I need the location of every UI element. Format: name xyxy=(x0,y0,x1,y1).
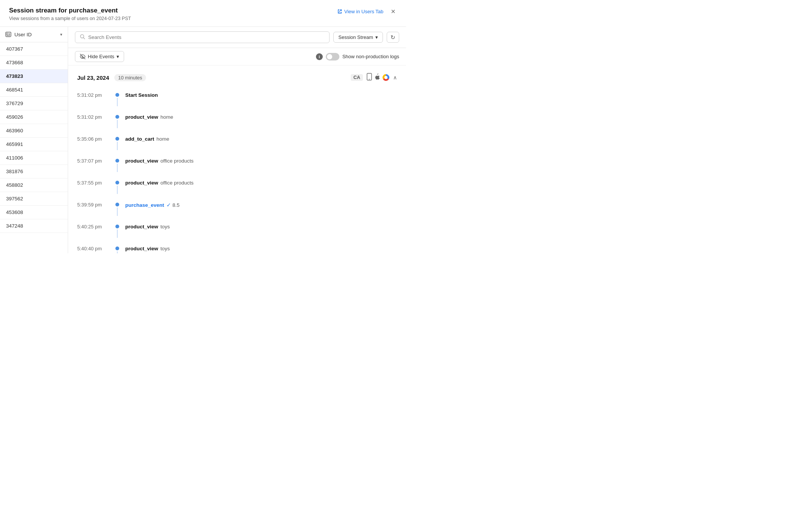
user-list-item[interactable]: 453608 xyxy=(0,206,68,219)
chevron-down-icon: ▾ xyxy=(375,34,378,40)
event-list: 5:31:02 pmStart Session5:31:02 pmproduct… xyxy=(77,88,397,253)
session-stream-button[interactable]: Session Stream ▾ xyxy=(333,32,383,43)
non-prod-label: Show non-production logs xyxy=(342,54,399,59)
header-right: View in Users Tab × xyxy=(337,7,397,16)
event-row: 5:35:06 pmadd_to_carthome xyxy=(77,132,397,154)
event-content: product_viewoffice products xyxy=(125,158,194,164)
hide-events-button[interactable]: Hide Events ▾ xyxy=(75,51,124,62)
user-list-item[interactable]: 465991 xyxy=(0,138,68,151)
event-row: 5:40:25 pmproduct_viewtoys xyxy=(77,220,397,242)
stream-area: Jul 23, 2024 10 minutes CA xyxy=(68,65,406,253)
content-area: Session Stream ▾ ↻ Hide Events ▾ i xyxy=(68,27,406,253)
event-content: product_viewhome xyxy=(125,114,173,120)
non-prod-toggle[interactable] xyxy=(326,53,339,60)
event-dot xyxy=(115,225,119,228)
event-connector-line xyxy=(117,208,118,216)
event-time: 5:37:55 pm xyxy=(77,180,113,186)
view-users-label: View in Users Tab xyxy=(344,9,384,14)
event-check-icon: ✓ xyxy=(166,202,171,208)
svg-line-6 xyxy=(83,37,85,39)
svg-rect-1 xyxy=(6,33,8,35)
chevron-down-icon: ▾ xyxy=(60,32,62,37)
search-input[interactable] xyxy=(88,34,325,40)
user-list-item[interactable]: 473823 xyxy=(0,70,68,83)
event-name: product_view xyxy=(125,246,158,251)
apple-icon xyxy=(374,73,380,82)
user-list-item[interactable]: 468541 xyxy=(0,83,68,97)
user-id-icon xyxy=(5,31,11,37)
event-row: 5:40:40 pmproduct_viewtoys xyxy=(77,242,397,253)
search-box[interactable] xyxy=(75,31,330,43)
event-content: product_viewoffice products xyxy=(125,180,194,186)
event-name: product_view xyxy=(125,158,158,164)
user-list-item[interactable]: 381876 xyxy=(0,165,68,178)
session-block: Jul 23, 2024 10 minutes CA xyxy=(77,73,397,253)
hide-events-label: Hide Events xyxy=(88,54,114,59)
toolbar-row2: Hide Events ▾ i Show non-production logs xyxy=(68,48,406,65)
event-connector-line xyxy=(117,229,118,238)
event-connector-line xyxy=(117,251,118,253)
info-icon[interactable]: i xyxy=(316,53,323,60)
event-connector-line xyxy=(117,164,118,172)
event-dot xyxy=(115,181,119,185)
event-row: 5:31:02 pmproduct_viewhome xyxy=(77,110,397,132)
header-left: Session stream for purchase_event View s… xyxy=(9,7,131,21)
event-row: 5:39:59 pmpurchase_event ✓8.5 xyxy=(77,198,397,220)
external-link-icon xyxy=(337,9,342,14)
event-dot xyxy=(115,115,119,119)
user-id-dropdown[interactable]: User ID ▾ xyxy=(0,27,68,42)
event-time: 5:31:02 pm xyxy=(77,114,113,120)
event-connector-line xyxy=(117,98,118,106)
user-list-item[interactable]: 458802 xyxy=(0,178,68,192)
header: Session stream for purchase_event View s… xyxy=(0,0,406,27)
event-time: 5:39:59 pm xyxy=(77,202,113,208)
close-button[interactable]: × xyxy=(389,7,397,16)
user-list-item[interactable]: 411006 xyxy=(0,151,68,165)
event-time: 5:31:02 pm xyxy=(77,92,113,98)
chevron-down-icon: ▾ xyxy=(117,54,119,59)
user-list-item[interactable]: 347248 xyxy=(0,219,68,233)
event-content: product_viewtoys xyxy=(125,245,170,251)
event-name: purchase_event xyxy=(125,202,164,208)
main-layout: User ID ▾ 407367473668473823468541376729… xyxy=(0,27,406,253)
event-connector-line xyxy=(117,186,118,194)
user-list-item[interactable]: 473668 xyxy=(0,56,68,70)
session-date: Jul 23, 2024 xyxy=(77,74,109,81)
event-content: product_viewtoys xyxy=(125,223,170,229)
toolbar-row1: Session Stream ▾ ↻ xyxy=(68,27,406,48)
event-row: 5:31:02 pmStart Session xyxy=(77,88,397,110)
event-time: 5:37:07 pm xyxy=(77,158,113,164)
user-list-item[interactable]: 407367 xyxy=(0,42,68,56)
event-connector-line xyxy=(117,142,118,150)
location-badge: CA xyxy=(351,74,363,81)
user-list-item[interactable]: 376729 xyxy=(0,97,68,110)
user-list-item[interactable]: 459026 xyxy=(0,110,68,124)
event-value: 8.5 xyxy=(173,202,180,208)
session-header: Jul 23, 2024 10 minutes CA xyxy=(77,73,397,82)
event-time: 5:40:25 pm xyxy=(77,223,113,229)
event-dot xyxy=(115,93,119,97)
refresh-button[interactable]: ↻ xyxy=(387,32,399,43)
event-name: Start Session xyxy=(125,92,158,98)
user-list-item[interactable]: 397562 xyxy=(0,192,68,206)
event-dot xyxy=(115,203,119,206)
search-icon xyxy=(80,34,85,40)
event-name: add_to_cart xyxy=(125,136,154,142)
collapse-button[interactable]: ∧ xyxy=(393,74,397,81)
session-stream-label: Session Stream xyxy=(338,34,373,40)
user-list: 4073674736684738234685413767294590264639… xyxy=(0,42,68,233)
event-dot xyxy=(115,247,119,250)
event-label: office products xyxy=(160,158,194,164)
user-list-item[interactable]: 463960 xyxy=(0,124,68,138)
sidebar-dropdown-label: User ID xyxy=(14,32,32,37)
event-content[interactable]: purchase_event ✓8.5 xyxy=(125,202,180,208)
event-time: 5:35:06 pm xyxy=(77,136,113,142)
event-label: home xyxy=(160,114,173,120)
eye-slash-icon xyxy=(80,54,86,59)
view-users-link[interactable]: View in Users Tab xyxy=(337,9,384,14)
page-subtitle: View sessions from a sample of users on … xyxy=(9,16,131,21)
event-content: Start Session xyxy=(125,92,158,98)
event-name: product_view xyxy=(125,114,158,120)
event-row: 5:37:55 pmproduct_viewoffice products xyxy=(77,176,397,198)
event-row: 5:37:07 pmproduct_viewoffice products xyxy=(77,154,397,176)
